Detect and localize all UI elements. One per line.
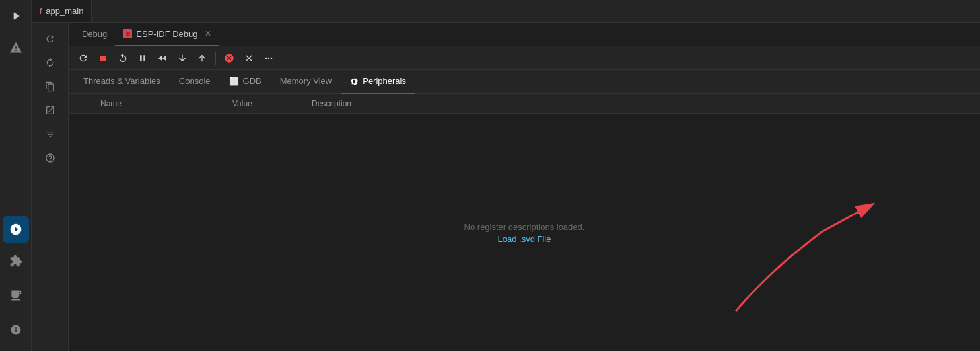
- debug-toolbar: [69, 46, 980, 70]
- more-btn[interactable]: [260, 49, 278, 67]
- step-over-btn[interactable]: [114, 49, 132, 67]
- activity-bar: [0, 0, 32, 351]
- debug-filter-sidebar-icon[interactable]: [40, 124, 61, 145]
- esp-idf-tab-close[interactable]: ✕: [205, 29, 211, 38]
- extensions-icon[interactable]: [0, 245, 32, 277]
- file-tab-label: app_main: [46, 6, 83, 16]
- tab-gdb[interactable]: ⬜ GDB: [220, 70, 271, 94]
- col-desc-header: Description: [312, 99, 975, 108]
- tab-gdb-label: GDB: [243, 76, 262, 86]
- view-tabs: Threads & Variables Console ⬜ GDB Memory…: [69, 70, 980, 94]
- tab-memory-label: Memory View: [280, 76, 332, 86]
- debug-restart-sidebar-icon[interactable]: [40, 28, 61, 50]
- restart-btn[interactable]: [74, 49, 92, 67]
- tab-console[interactable]: Console: [170, 70, 220, 94]
- step-into-btn[interactable]: [173, 49, 192, 67]
- debug-tab-label: Debug: [82, 29, 107, 39]
- tab-memory-view[interactable]: Memory View: [271, 70, 341, 94]
- toolbar-sep-1: [215, 52, 216, 65]
- col-value-header: Value: [232, 99, 312, 108]
- debug-main: Debug 🐞 ESP-IDF Debug ✕: [69, 23, 980, 351]
- debug-refresh-sidebar-icon[interactable]: [40, 52, 61, 73]
- file-tab-app-main[interactable]: f app_main: [32, 0, 92, 22]
- content-area: No register descriptions loaded. Load .s…: [69, 114, 980, 351]
- esp-idf-tab-label: ESP-IDF Debug: [136, 29, 197, 39]
- step-back-btn[interactable]: [153, 49, 172, 67]
- debug-export-sidebar-icon[interactable]: [40, 100, 61, 121]
- debug-sidebar: [32, 23, 69, 351]
- stop-btn[interactable]: [94, 49, 112, 67]
- tab-peripherals-label: Peripherals: [363, 76, 406, 86]
- table-header: Name Value Description: [69, 94, 980, 114]
- no-data-text: No register descriptions loaded.: [464, 221, 585, 235]
- esp-idf-debug-session-tab[interactable]: 🐞 ESP-IDF Debug ✕: [115, 23, 219, 46]
- session-tabs: Debug 🐞 ESP-IDF Debug ✕: [69, 23, 980, 46]
- esp-idf-tab-icon: 🐞: [123, 29, 132, 38]
- tab-threads-variables-label: Threads & Variables: [83, 76, 160, 86]
- debug-session-tab[interactable]: Debug: [74, 23, 115, 46]
- file-tab-icon: f: [40, 7, 42, 16]
- pause-btn[interactable]: [133, 49, 152, 67]
- main-content: f app_main: [32, 0, 980, 351]
- debug-help-sidebar-icon[interactable]: [40, 147, 61, 169]
- step-out-btn[interactable]: [193, 49, 211, 67]
- warning-icon[interactable]: [0, 32, 32, 63]
- debug-copy-sidebar-icon[interactable]: [40, 76, 61, 97]
- chip-icon: [350, 76, 359, 85]
- col-name-header: Name: [74, 99, 232, 108]
- tab-console-label: Console: [179, 76, 211, 86]
- info-activity-icon[interactable]: [0, 314, 32, 346]
- clear-btn[interactable]: [240, 49, 258, 67]
- terminal-activity-icon[interactable]: [0, 280, 32, 311]
- esp-idf-icon[interactable]: [3, 216, 29, 243]
- tab-threads-variables[interactable]: Threads & Variables: [74, 70, 170, 94]
- no-data-container: No register descriptions loaded. Load .s…: [464, 221, 585, 245]
- debug-panel: Debug 🐞 ESP-IDF Debug ✕: [32, 23, 980, 351]
- load-svd-link[interactable]: Load .svd File: [464, 234, 585, 244]
- disconnect-btn[interactable]: [220, 49, 238, 67]
- file-tabs: f app_main: [32, 0, 980, 23]
- monitor-icon: ⬜: [229, 77, 239, 86]
- tab-peripherals[interactable]: Peripherals: [341, 70, 415, 94]
- run-debug-icon[interactable]: [0, 0, 32, 32]
- annotation-arrow: [716, 192, 888, 325]
